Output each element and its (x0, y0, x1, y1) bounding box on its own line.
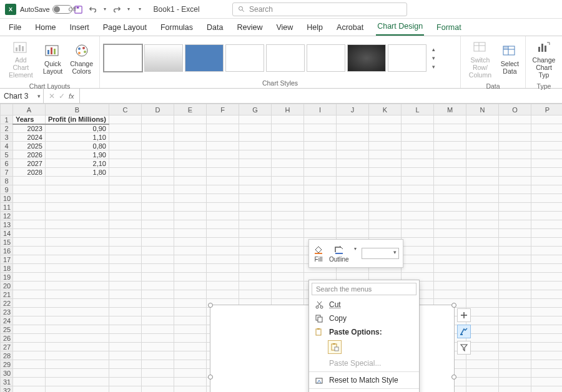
cell[interactable] (13, 386, 46, 393)
cell[interactable] (46, 316, 109, 325)
cell[interactable] (369, 229, 402, 238)
cell[interactable] (272, 220, 304, 229)
cell[interactable] (272, 264, 304, 273)
cell[interactable] (531, 142, 563, 150)
cell[interactable] (13, 378, 46, 386)
tab-review[interactable]: Review (235, 21, 264, 36)
cell[interactable] (499, 334, 531, 343)
tab-file[interactable]: File (7, 21, 22, 36)
cell[interactable] (46, 185, 109, 194)
cell[interactable] (434, 273, 466, 282)
row-header[interactable]: 5 (1, 150, 13, 159)
row-header[interactable]: 11 (1, 203, 13, 212)
cell[interactable] (239, 212, 272, 220)
cell[interactable] (174, 159, 207, 168)
cell[interactable] (174, 185, 207, 194)
cell[interactable] (434, 194, 466, 203)
cell[interactable] (466, 150, 499, 159)
cell[interactable] (239, 203, 272, 212)
cell[interactable] (46, 273, 109, 282)
cell[interactable] (466, 238, 499, 247)
cell[interactable] (174, 378, 207, 386)
cell[interactable] (142, 255, 174, 264)
cell[interactable] (174, 133, 207, 142)
cell[interactable] (337, 185, 369, 194)
cell[interactable] (142, 378, 174, 386)
resize-handle[interactable] (208, 303, 213, 308)
cell[interactable] (402, 124, 434, 133)
cell[interactable] (174, 203, 207, 212)
cell[interactable] (272, 142, 304, 150)
cell[interactable] (109, 299, 142, 308)
cell[interactable] (13, 343, 46, 351)
cell[interactable] (142, 360, 174, 369)
tab-insert[interactable]: Insert (69, 21, 91, 36)
cell[interactable] (369, 220, 402, 229)
cell[interactable] (46, 247, 109, 255)
search-input[interactable]: Search (232, 2, 407, 16)
row-header[interactable]: 15 (1, 238, 13, 247)
cell[interactable] (13, 369, 46, 378)
cell[interactable] (142, 124, 174, 133)
cell[interactable] (402, 212, 434, 220)
cell[interactable] (531, 369, 563, 378)
cell[interactable] (499, 115, 531, 124)
cell[interactable] (272, 185, 304, 194)
cell[interactable] (272, 194, 304, 203)
cell[interactable] (337, 124, 369, 133)
cell[interactable] (499, 282, 531, 290)
cell[interactable] (466, 282, 499, 290)
quick-layout-button[interactable]: Quick Layout (41, 42, 66, 76)
cell[interactable] (142, 264, 174, 273)
cell[interactable] (466, 168, 499, 177)
cell[interactable] (174, 308, 207, 316)
cell[interactable] (207, 194, 239, 203)
column-header[interactable]: J (337, 104, 369, 115)
cell[interactable] (499, 325, 531, 334)
cell[interactable] (531, 386, 563, 393)
row-header[interactable]: 10 (1, 194, 13, 203)
cell[interactable] (531, 299, 563, 308)
cell[interactable] (337, 159, 369, 168)
cell[interactable] (13, 220, 46, 229)
cell[interactable] (46, 194, 109, 203)
cell[interactable] (466, 229, 499, 238)
cell[interactable] (207, 264, 239, 273)
cell[interactable] (46, 229, 109, 238)
cell[interactable] (499, 124, 531, 133)
cell[interactable] (369, 177, 402, 185)
cell[interactable] (109, 255, 142, 264)
cell[interactable] (466, 334, 499, 343)
cell[interactable] (174, 124, 207, 133)
cell[interactable] (46, 351, 109, 360)
cell[interactable] (304, 185, 337, 194)
styles-scroll-up[interactable]: ▴ (432, 46, 435, 52)
cell[interactable] (207, 168, 239, 177)
cell[interactable] (142, 229, 174, 238)
cell[interactable] (174, 273, 207, 282)
cell[interactable] (239, 220, 272, 229)
cell[interactable] (466, 115, 499, 124)
cell[interactable] (466, 351, 499, 360)
cell[interactable] (272, 133, 304, 142)
cell[interactable] (499, 133, 531, 142)
chart-style-2[interactable] (144, 44, 183, 72)
cell[interactable] (499, 290, 531, 299)
cell[interactable] (142, 115, 174, 124)
cell[interactable] (402, 238, 434, 247)
cell[interactable] (13, 177, 46, 185)
cell[interactable] (466, 325, 499, 334)
cell[interactable] (46, 308, 109, 316)
cell[interactable] (304, 194, 337, 203)
cell[interactable] (13, 229, 46, 238)
cell[interactable] (13, 194, 46, 203)
cell[interactable] (109, 177, 142, 185)
cell[interactable] (13, 255, 46, 264)
cell[interactable] (142, 334, 174, 343)
cell[interactable] (466, 133, 499, 142)
cell[interactable] (531, 264, 563, 273)
cell[interactable] (337, 220, 369, 229)
column-header[interactable]: F (207, 104, 239, 115)
cell[interactable] (369, 124, 402, 133)
chart-elements-button[interactable] (457, 308, 471, 322)
